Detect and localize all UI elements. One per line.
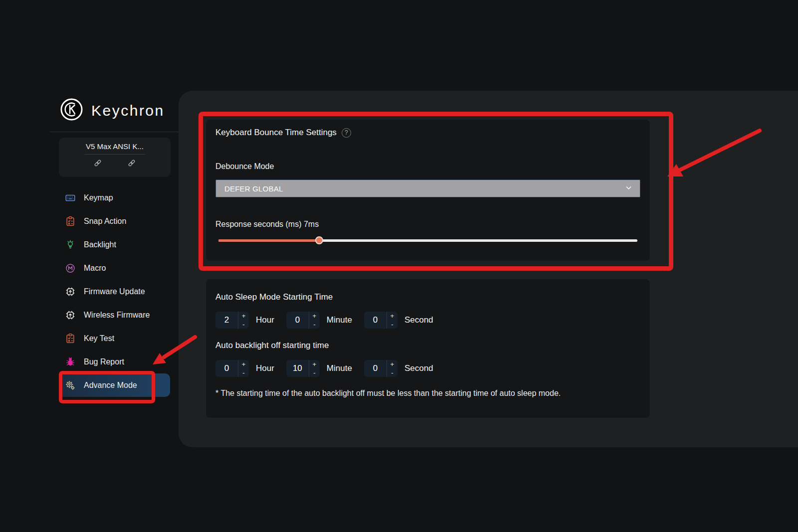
sidebar-item-label: Snap Action: [84, 217, 126, 226]
sidebar-item-bug-report[interactable]: Bug Report: [59, 350, 170, 373]
keyboard-icon: [65, 192, 76, 203]
sleep-hour-stepper: 2 + - Hour: [215, 312, 274, 329]
decrement-button[interactable]: -: [309, 320, 320, 329]
backlight-second-stepper: 0 + - Second: [364, 360, 433, 377]
response-slider-fill: [218, 239, 319, 242]
minute-unit-label: Minute: [327, 363, 352, 373]
sidebar-item-wireless-firmware[interactable]: Wireless Firmware: [59, 303, 170, 327]
sidebar-item-label: Backlight: [84, 240, 116, 249]
auto-backlight-time-row: 0 + - Hour 10 + - Minute 0 +: [215, 360, 433, 377]
sidebar-menu: Keymap Snap Action Backlight: [59, 186, 170, 397]
sidebar-item-backlight[interactable]: Backlight: [59, 233, 170, 256]
sleep-minute-value: 0: [286, 312, 309, 329]
gear-bulb-icon: [65, 380, 76, 391]
auto-backlight-title: Auto backlight off starting time: [215, 341, 329, 351]
response-slider[interactable]: [218, 236, 637, 244]
sleep-minute-stepper: 0 + - Minute: [286, 312, 352, 329]
response-seconds-label: Response seconds (ms) 7ms: [215, 220, 319, 229]
second-unit-label: Second: [404, 315, 433, 325]
sidebar-item-macro[interactable]: Macro: [59, 256, 170, 280]
auto-sleep-settings-card: Auto Sleep Mode Starting Time 2 + - Hour…: [206, 279, 650, 418]
sidebar-item-label: Macro: [84, 264, 106, 273]
bounce-time-settings-card: Keyboard Bounce Time Settings ? Debounce…: [206, 120, 650, 261]
sidebar-item-label: Wireless Firmware: [84, 311, 150, 320]
macro-m-icon: [65, 263, 76, 274]
debounce-mode-select[interactable]: DEFER GLOBAL: [215, 179, 640, 197]
decrement-button[interactable]: -: [238, 368, 249, 377]
backlight-minute-stepper: 10 + - Minute: [286, 360, 352, 377]
brand-logo: Keychron: [60, 98, 165, 123]
bounce-settings-title: Keyboard Bounce Time Settings: [215, 128, 337, 138]
sidebar-item-snap-action[interactable]: Snap Action: [59, 209, 170, 233]
sidebar-item-label: Bug Report: [84, 357, 124, 366]
decrement-button[interactable]: -: [238, 320, 249, 329]
backlight-note: * The starting time of the auto backligh…: [215, 389, 561, 398]
chip-upload-icon: [65, 286, 76, 297]
device-card-divider: [84, 154, 145, 155]
auto-sleep-title: Auto Sleep Mode Starting Time: [215, 292, 333, 302]
backlight-minute-value: 10: [286, 360, 309, 377]
bulb-icon: [65, 239, 76, 250]
increment-button[interactable]: +: [238, 312, 249, 320]
backlight-hour-stepper: 0 + - Hour: [215, 360, 274, 377]
response-slider-handle[interactable]: [315, 236, 323, 244]
sidebar-item-label: Keymap: [84, 193, 113, 202]
chip-upload-icon: [65, 310, 76, 321]
auto-sleep-time-row: 2 + - Hour 0 + - Minute 0 +: [215, 312, 433, 329]
clipboard-icon: [65, 333, 76, 344]
sidebar-item-key-test[interactable]: Key Test: [59, 327, 170, 350]
sidebar-item-firmware-update[interactable]: Firmware Update: [59, 280, 170, 303]
help-icon[interactable]: ?: [342, 128, 351, 138]
increment-button[interactable]: +: [387, 312, 398, 320]
sidebar-item-label: Firmware Update: [84, 287, 145, 296]
minute-unit-label: Minute: [327, 315, 352, 325]
increment-button[interactable]: +: [309, 312, 320, 320]
hour-unit-label: Hour: [256, 315, 274, 325]
increment-button[interactable]: +: [387, 360, 398, 368]
bug-icon: [65, 356, 76, 367]
device-card: V5 Max ANSI K...: [59, 138, 171, 177]
sidebar-divider: [50, 132, 179, 132]
backlight-second-value: 0: [364, 360, 387, 377]
sidebar-item-label: Advance Mode: [84, 381, 137, 390]
sidebar: Keychron V5 Max ANSI K...: [0, 0, 179, 532]
clipboard-icon: [65, 216, 76, 227]
sleep-hour-value: 2: [215, 312, 238, 329]
increment-button[interactable]: +: [238, 360, 249, 368]
sidebar-item-advance-mode[interactable]: Advance Mode: [59, 373, 170, 397]
sidebar-item-keymap[interactable]: Keymap: [59, 186, 170, 209]
sleep-second-stepper: 0 + - Second: [364, 312, 433, 329]
decrement-button[interactable]: -: [387, 320, 398, 329]
decrement-button[interactable]: -: [387, 368, 398, 377]
debounce-mode-value: DEFER GLOBAL: [224, 184, 283, 193]
debounce-mode-label: Debounce Mode: [215, 162, 274, 171]
second-unit-label: Second: [404, 363, 433, 373]
sidebar-item-label: Key Test: [84, 334, 114, 343]
decrement-button[interactable]: -: [309, 368, 320, 377]
hour-unit-label: Hour: [256, 363, 274, 373]
link-icon[interactable]: [93, 159, 102, 168]
backlight-hour-value: 0: [215, 360, 238, 377]
keychron-logo-icon: [60, 98, 83, 123]
chevron-down-icon: [624, 183, 633, 194]
device-name: V5 Max ANSI K...: [59, 142, 171, 151]
link-icon[interactable]: [127, 159, 136, 168]
brand-name: Keychron: [91, 102, 165, 119]
sleep-second-value: 0: [364, 312, 387, 329]
increment-button[interactable]: +: [309, 360, 320, 368]
